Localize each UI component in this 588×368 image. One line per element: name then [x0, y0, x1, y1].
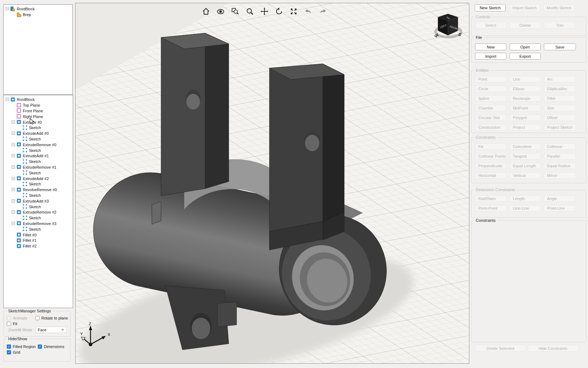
tree-item-label: RevolveRemove #0: [23, 187, 57, 192]
checkbox-icon[interactable]: [7, 322, 11, 326]
expand-toggle[interactable]: −: [12, 143, 15, 146]
expand-toggle[interactable]: −: [12, 188, 15, 191]
scene-tree-panel[interactable]: −RootBlockBrep: [3, 4, 73, 95]
undo-button[interactable]: [303, 6, 313, 17]
zoomfit-mode-select[interactable]: Face: [35, 327, 67, 333]
tree-item-sketch[interactable]: Sketch: [4, 181, 73, 187]
tree-item-right-plane[interactable]: Right Plane: [4, 113, 73, 119]
expand-toggle[interactable]: −: [12, 154, 15, 157]
expand-toggle[interactable]: −: [12, 222, 15, 225]
checkbox-icon[interactable]: ✓: [38, 344, 42, 349]
tree-item-label: Fillet #2: [23, 244, 37, 248]
tangent-button: Tangent: [510, 153, 541, 159]
open-button[interactable]: Open: [510, 44, 541, 50]
tree-item-front-plane[interactable]: Front Plane: [4, 108, 73, 114]
zoom-button[interactable]: [245, 6, 255, 17]
tree-item-brep[interactable]: Brep: [4, 12, 72, 17]
sketch-icon: [22, 136, 27, 141]
checkbox-dimensions[interactable]: ✓Dimensions: [38, 344, 64, 349]
chevron-down-icon: [61, 329, 64, 331]
sketch-icon: [22, 125, 27, 130]
expand-toggle[interactable]: −: [12, 199, 15, 203]
orbit-button[interactable]: [274, 6, 284, 17]
tree-item-extruderemove-3[interactable]: −ExtrudeRemove #3: [4, 221, 73, 226]
zoom-window-button[interactable]: [230, 6, 240, 17]
tree-item-extrudeadd-2[interactable]: −ExtrudeAdd #2: [4, 175, 73, 181]
tree-item-top-plane[interactable]: Top Plane: [4, 102, 73, 108]
view-cube-west-label[interactable]: W: [434, 32, 440, 39]
import-button[interactable]: Import: [475, 53, 506, 60]
expand-toggle[interactable]: −: [12, 177, 15, 180]
feature-icon: [16, 119, 21, 124]
expand-toggle[interactable]: −: [6, 98, 9, 101]
viewport-canvas[interactable]: W S Top LEFT FRONT Z X Y: [75, 3, 469, 364]
save-button[interactable]: Save: [544, 44, 576, 50]
dimension-constraints-group: Dimension Constraints Rad/DiamLengthAngl…: [471, 190, 586, 218]
checkbox-icon[interactable]: [35, 316, 40, 320]
circle-button: Circle: [475, 86, 506, 92]
axis-triad: Z X Y: [80, 322, 112, 356]
dimension-constraints-group-title: Dimension Constraints: [474, 188, 517, 192]
new-button[interactable]: New: [475, 44, 506, 50]
tree-item-extrudeadd-0[interactable]: −ExtrudeAdd #0: [4, 131, 73, 136]
redo-button[interactable]: [318, 6, 328, 17]
expand-toggle[interactable]: −: [12, 121, 15, 124]
tree-item-extruderemove-1[interactable]: −ExtrudeRemove #1: [4, 164, 73, 170]
sketch-icon: [22, 159, 27, 164]
expand-toggle[interactable]: −: [6, 7, 9, 10]
expand-toggle[interactable]: −: [12, 165, 15, 169]
checkbox-icon[interactable]: ✓: [7, 350, 11, 354]
tree-item-extrude-0[interactable]: −Extrude #0: [4, 119, 73, 125]
offset-button: Offset: [544, 114, 576, 121]
feature-tree-panel[interactable]: −RootBlockTop PlaneFront PlaneRight Plan…: [3, 95, 73, 308]
tree-item-sketch[interactable]: Sketch: [4, 125, 73, 131]
new-sketch-button[interactable]: New Sketch: [475, 4, 506, 11]
expand-toggle[interactable]: −: [12, 210, 15, 214]
tree-item-extruderemove-0[interactable]: −ExtrudeRemove #0: [4, 142, 73, 147]
tree-item-fillet-0[interactable]: Fillet #0: [4, 232, 73, 237]
tree-item-extruderemove-2[interactable]: −ExtrudeRemove #2: [4, 209, 73, 215]
zoomfit-mode-value: Face: [38, 328, 46, 332]
export-button[interactable]: Export: [510, 53, 541, 60]
checkbox-label: Animate: [13, 316, 27, 320]
app-window: { "scene_tree": { "rows": [ {"label": "R…: [0, 0, 588, 368]
tree-item-sketch[interactable]: Sketch: [4, 215, 73, 221]
tree-item-label: Sketch: [29, 148, 41, 153]
tree-item-revolveremove-0[interactable]: −RevolveRemove #0: [4, 187, 73, 193]
checkbox-icon[interactable]: ✓: [7, 344, 11, 349]
fix-button: Fix: [475, 143, 506, 150]
checkbox-rotate-to-plane[interactable]: Rotate to plane: [35, 316, 68, 320]
controls-group: Controls SelectDeleteTrim: [471, 17, 586, 36]
axis-x-label: X: [108, 332, 110, 337]
tree-item-sketch[interactable]: Sketch: [4, 204, 73, 209]
tree-item-extrudeadd-1[interactable]: −ExtrudeAdd #1: [4, 153, 73, 159]
tree-item-sketch[interactable]: Sketch: [4, 147, 73, 153]
checkbox-filled-region[interactable]: ✓Filled Region: [7, 344, 36, 349]
tree-item-sketch[interactable]: Sketch: [4, 193, 73, 198]
tree-item-label: ExtrudeAdd #3: [23, 199, 49, 203]
mouse-cursor: [30, 118, 35, 127]
tree-item-fillet-2[interactable]: Fillet #2: [4, 243, 73, 249]
expand-toggle[interactable]: −: [12, 132, 15, 135]
pan-icon: [260, 12, 269, 17]
tree-item-sketch[interactable]: Sketch: [4, 159, 73, 164]
parallel-button: Parallel: [544, 153, 576, 159]
feature-icon: [16, 244, 21, 249]
tree-item-rootblock[interactable]: −RootBlock: [4, 6, 72, 12]
tree-item-sketch[interactable]: Sketch: [4, 226, 73, 232]
checkbox-fit[interactable]: Fit: [7, 322, 17, 326]
tree-item-fillet-1[interactable]: Fillet #1: [4, 237, 73, 243]
tree-item-rootblock[interactable]: −RootBlock: [4, 97, 73, 102]
home-button[interactable]: [201, 6, 211, 17]
tree-item-sketch[interactable]: Sketch: [4, 136, 73, 142]
tree-item-extrudeadd-3[interactable]: −ExtrudeAdd #3: [4, 198, 73, 204]
midpoint-button: MidPoint: [510, 105, 541, 111]
checkbox-grid[interactable]: ✓Grid: [7, 350, 20, 354]
view-cube[interactable]: W S Top LEFT FRONT: [433, 12, 463, 41]
tree-item-label: Fillet #0: [23, 232, 37, 237]
fit-button[interactable]: [289, 6, 299, 17]
eye-button[interactable]: [216, 6, 226, 17]
tree-item-sketch[interactable]: Sketch: [4, 170, 73, 175]
pan-button[interactable]: [259, 6, 269, 17]
checkbox-label: Rotate to plane: [41, 316, 68, 320]
